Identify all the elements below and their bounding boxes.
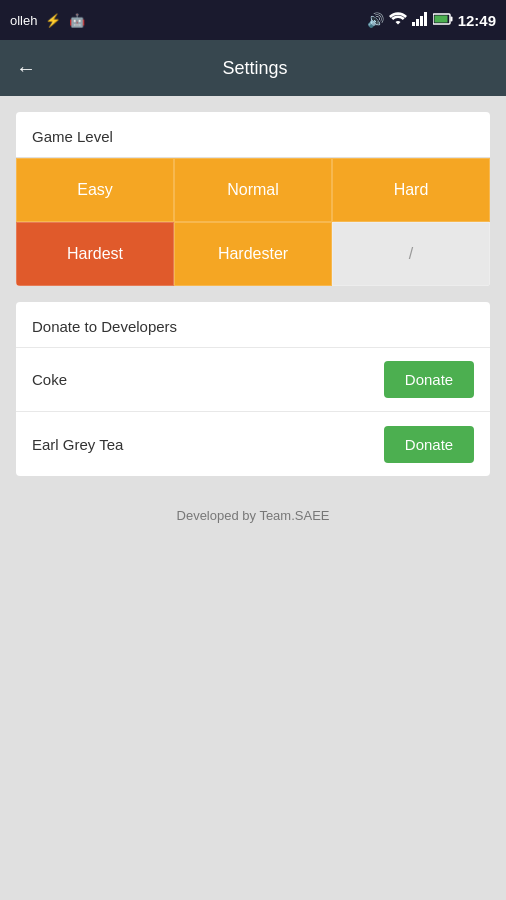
donate-row-tea: Earl Grey Tea Donate bbox=[16, 412, 490, 476]
battery-icon bbox=[433, 12, 453, 28]
svg-rect-6 bbox=[434, 16, 447, 23]
wifi-icon bbox=[389, 12, 407, 29]
donate-item-coke: Coke bbox=[32, 371, 67, 388]
svg-rect-0 bbox=[412, 22, 415, 26]
donate-row-coke: Coke Donate bbox=[16, 348, 490, 412]
status-bar: olleh ⚡ 🤖 🔊 12 bbox=[0, 0, 506, 40]
level-hard-button[interactable]: Hard bbox=[332, 158, 490, 222]
svg-rect-5 bbox=[450, 17, 452, 22]
game-level-card: Game Level Easy Normal Hard Hardest Hard… bbox=[16, 112, 490, 286]
usb-icon: ⚡ bbox=[45, 13, 61, 28]
page-title: Settings bbox=[56, 58, 454, 79]
carrier-label: olleh bbox=[10, 13, 37, 28]
android-icon: 🤖 bbox=[69, 13, 85, 28]
donate-item-tea: Earl Grey Tea bbox=[32, 436, 123, 453]
level-slash-button: / bbox=[332, 222, 490, 286]
signal-icon bbox=[412, 12, 428, 29]
svg-rect-2 bbox=[420, 16, 423, 26]
donate-coke-button[interactable]: Donate bbox=[384, 361, 474, 398]
donate-card: Donate to Developers Coke Donate Earl Gr… bbox=[16, 302, 490, 476]
level-normal-button[interactable]: Normal bbox=[174, 158, 332, 222]
main-content: Game Level Easy Normal Hard Hardest Hard… bbox=[0, 96, 506, 555]
back-button[interactable]: ← bbox=[16, 57, 36, 80]
volume-icon: 🔊 bbox=[367, 12, 384, 28]
donate-tea-button[interactable]: Donate bbox=[384, 426, 474, 463]
status-right: 🔊 12:49 bbox=[367, 12, 496, 29]
svg-rect-1 bbox=[416, 19, 419, 26]
game-level-title: Game Level bbox=[16, 112, 490, 157]
back-icon: ← bbox=[16, 57, 36, 80]
level-grid-row2: Hardest Hardester / bbox=[16, 222, 490, 286]
level-hardester-button[interactable]: Hardester bbox=[174, 222, 332, 286]
level-easy-button[interactable]: Easy bbox=[16, 158, 174, 222]
svg-rect-3 bbox=[424, 12, 427, 26]
status-left: olleh ⚡ 🤖 bbox=[10, 13, 85, 28]
header: ← Settings bbox=[0, 40, 506, 96]
level-hardest-button[interactable]: Hardest bbox=[16, 222, 174, 286]
time-label: 12:49 bbox=[458, 12, 496, 29]
footer-text: Developed by Team.SAEE bbox=[16, 492, 490, 539]
donate-section-title: Donate to Developers bbox=[16, 302, 490, 348]
level-grid-row1: Easy Normal Hard bbox=[16, 157, 490, 222]
